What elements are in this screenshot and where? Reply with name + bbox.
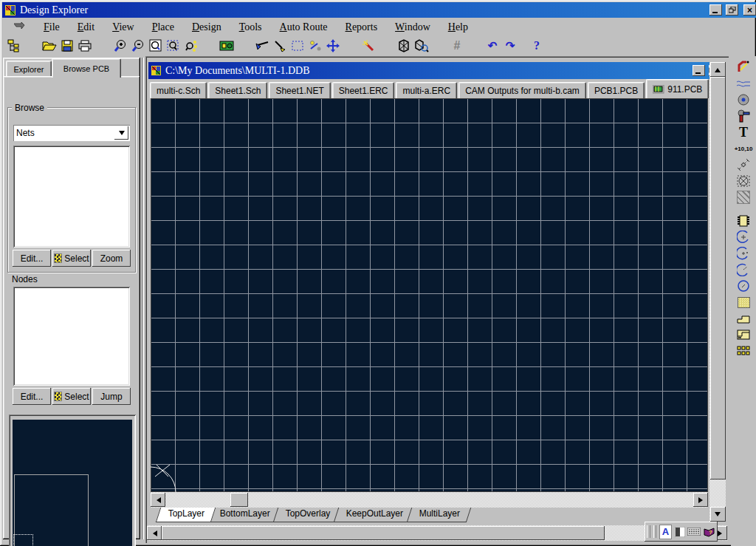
document-title-bar[interactable]: C:\My Documents\MULTI-1.DDB — [148, 62, 715, 79]
zoom-all-icon[interactable] — [147, 37, 165, 55]
canvas-scroll-right-icon[interactable] — [693, 493, 708, 507]
tab-911-pcb[interactable]: 911.PCB — [646, 79, 709, 98]
place-arc-center-icon[interactable] — [734, 245, 753, 262]
place-fill-icon[interactable] — [734, 189, 753, 205]
place-pad-array-icon[interactable] — [734, 343, 753, 359]
workspace-scroll-up-icon[interactable] — [710, 62, 726, 77]
zoom-in-icon[interactable] — [111, 37, 129, 55]
menu-help[interactable]: Help — [439, 20, 477, 35]
restore-button[interactable] — [726, 4, 738, 16]
menu-file[interactable]: File — [35, 20, 69, 35]
interactive-routing-icon[interactable] — [734, 59, 753, 75]
place-room-icon[interactable] — [734, 173, 753, 189]
nets-select-button[interactable]: Select — [52, 250, 91, 267]
nets-edit-button[interactable]: Edit... — [13, 250, 51, 267]
letter-a-icon[interactable]: A — [659, 525, 672, 539]
canvas-scroll-left-icon[interactable] — [151, 493, 165, 507]
view-3d-icon[interactable] — [395, 37, 413, 55]
minimap-viewport-rect[interactable] — [13, 534, 33, 546]
place-polygon-plane-icon[interactable] — [734, 310, 753, 327]
open-document-icon[interactable] — [41, 37, 58, 55]
tab-multi-c-sch[interactable]: multi-c.Sch — [150, 82, 207, 98]
select-area-icon[interactable] — [289, 37, 306, 55]
place-component-icon[interactable] — [734, 213, 753, 229]
nodes-select-button[interactable]: Select — [52, 388, 91, 405]
place-full-circle-icon[interactable] — [734, 278, 753, 294]
layer-tab-keepoutlayer[interactable]: KeepOutLayer — [334, 508, 415, 522]
workspace-hscrollbar[interactable] — [147, 525, 727, 541]
minimize-button[interactable] — [709, 4, 722, 16]
browse-3d-icon[interactable] — [413, 37, 430, 55]
layer-tab-toplayer[interactable]: TopLayer — [156, 508, 216, 522]
menu-reports[interactable]: Reports — [337, 20, 387, 35]
pcb-canvas[interactable] — [151, 98, 708, 492]
layer-tab-bottomlayer[interactable]: BottomLayer — [207, 508, 282, 522]
menu-view[interactable]: View — [103, 20, 143, 35]
combo-dropdown-icon[interactable] — [114, 126, 128, 140]
tab-pcb1-pcb[interactable]: PCB1.PCB — [588, 82, 645, 98]
workspace-vscrollbar[interactable] — [709, 62, 726, 522]
multiple-traces-icon[interactable] — [734, 75, 753, 92]
place-arc-angle-icon[interactable] — [734, 262, 753, 278]
zoom-out-icon[interactable] — [129, 37, 147, 55]
nets-zoom-button[interactable]: Zoom — [92, 250, 131, 267]
tab-sheet1-sch[interactable]: Sheet1.Sch — [208, 82, 267, 98]
help-icon[interactable]: ? — [528, 37, 546, 55]
place-dimension-icon[interactable] — [734, 157, 753, 173]
app-title-bar[interactable]: Design Explorer × — [2, 2, 756, 18]
tab-explorer[interactable]: Explorer — [6, 61, 52, 78]
move-selection-icon[interactable] — [306, 37, 324, 55]
contrast-mask-icon[interactable] — [674, 525, 685, 539]
tab-cam-outputs[interactable]: CAM Outputs for multi-b.cam — [458, 82, 586, 98]
undo-icon[interactable]: ↶ — [484, 37, 501, 55]
keyboard-icon[interactable] — [687, 525, 701, 539]
highlight-net-icon[interactable] — [271, 37, 289, 55]
place-string-icon[interactable]: T — [734, 124, 753, 140]
browse-board-icon[interactable] — [218, 37, 236, 55]
layer-tab-topoverlay[interactable]: TopOverlay — [273, 508, 342, 522]
system-arrow-icon[interactable] — [2, 20, 35, 35]
menu-window[interactable]: Window — [386, 20, 439, 35]
tab-multi-a-erc[interactable]: multi-a.ERC — [396, 82, 457, 98]
canvas-hscrollbar[interactable] — [151, 492, 708, 508]
workspace-scroll-down-icon[interactable] — [710, 507, 726, 522]
menu-design[interactable]: Design — [183, 20, 230, 35]
workspace-vscroll-thumb[interactable] — [710, 77, 726, 480]
zoom-area-icon[interactable] — [165, 37, 182, 55]
document-minimize-button[interactable] — [693, 65, 705, 76]
layer-tab-multilayer[interactable]: MultiLayer — [406, 508, 471, 522]
tab-sheet1-erc[interactable]: Sheet1.ERC — [332, 82, 395, 98]
place-coordinate-icon[interactable]: +10,10 — [734, 140, 753, 157]
place-pad-icon[interactable] — [734, 92, 753, 108]
print-icon[interactable] — [76, 37, 94, 55]
wizard-icon[interactable] — [360, 37, 377, 55]
place-arc-edge-icon[interactable] — [734, 229, 753, 245]
menu-place[interactable]: Place — [143, 20, 183, 35]
design-manager-icon[interactable] — [5, 37, 23, 55]
nodes-jump-button[interactable]: Jump — [92, 388, 131, 405]
place-rectangle-fill-icon[interactable] — [734, 294, 753, 310]
place-split-plane-icon[interactable] — [734, 327, 753, 343]
workspace-scroll-left-icon[interactable] — [147, 526, 162, 540]
save-document-icon[interactable] — [58, 37, 76, 55]
nodes-edit-button[interactable]: Edit... — [13, 388, 51, 405]
workspace-hscroll-thumb[interactable] — [162, 526, 605, 540]
canvas-hscroll-thumb[interactable] — [230, 493, 248, 507]
redo-icon[interactable]: ↷ — [501, 37, 519, 55]
toolbar-grip[interactable] — [653, 525, 657, 538]
help-book-icon[interactable]: ? — [703, 525, 715, 539]
tab-browse-pcb[interactable]: Browse PCB — [52, 58, 121, 78]
nets-listbox[interactable] — [13, 146, 130, 248]
browse-type-combobox[interactable]: Nets — [13, 125, 130, 141]
move-object-icon[interactable] — [324, 37, 342, 55]
nodes-listbox[interactable] — [13, 287, 130, 386]
tab-sheet1-net[interactable]: Sheet1.NET — [269, 82, 330, 98]
close-button[interactable]: × — [743, 4, 756, 16]
toolbar-grip[interactable] — [647, 525, 650, 538]
zoom-point-icon[interactable] — [182, 37, 200, 55]
place-via-icon[interactable] — [734, 108, 753, 124]
cross-probe-icon[interactable] — [253, 37, 271, 55]
menu-edit[interactable]: Edit — [69, 20, 103, 35]
menu-tools[interactable]: Tools — [230, 20, 271, 35]
board-minimap[interactable] — [9, 414, 136, 546]
